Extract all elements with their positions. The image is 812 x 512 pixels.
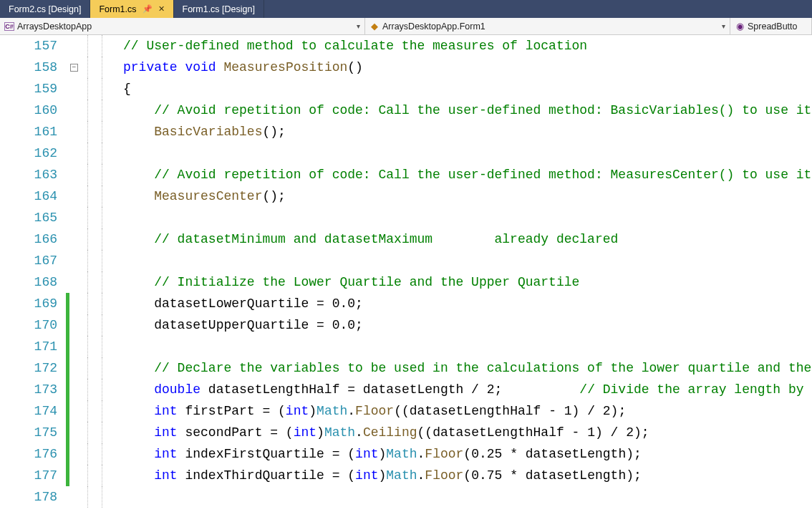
- line-number: 158: [0, 57, 66, 78]
- collapse-toggle[interactable]: −: [70, 64, 78, 72]
- code-line[interactable]: 157// User-defined method to calculate t…: [0, 35, 812, 57]
- code-text[interactable]: [123, 143, 812, 164]
- close-icon[interactable]: ✕: [158, 4, 165, 14]
- gutter-marks: [66, 207, 82, 228]
- code-text[interactable]: private void MeasuresPosition(): [123, 57, 812, 78]
- code-text[interactable]: BasicVariables();: [123, 121, 812, 143]
- code-line[interactable]: 174 int firstPart = (int)Math.Floor((dat…: [0, 400, 812, 422]
- code-line[interactable]: 171: [0, 336, 812, 357]
- code-text[interactable]: [123, 486, 812, 508]
- code-text[interactable]: MeasuresCenter();: [123, 185, 812, 207]
- code-line[interactable]: 158−private void MeasuresPosition(): [0, 57, 812, 78]
- code-text[interactable]: // User-defined method to calculate the …: [123, 35, 812, 57]
- code-line[interactable]: 173 double datasetLengthHalf = datasetLe…: [0, 379, 812, 400]
- code-line[interactable]: 163 // Avoid repetition of code: Call th…: [0, 164, 812, 185]
- indent-guides: [82, 465, 123, 486]
- line-number: 164: [0, 185, 66, 207]
- gutter-marks: [66, 314, 82, 336]
- indent-guides: [82, 336, 123, 357]
- code-text[interactable]: int indexThirdQuartile = (int)Math.Floor…: [123, 465, 812, 486]
- code-line[interactable]: 168 // Initialize the Lower Quartile and…: [0, 271, 812, 293]
- change-marker: [66, 400, 69, 422]
- line-number: 168: [0, 271, 66, 293]
- gutter-marks: [66, 379, 82, 400]
- line-number: 157: [0, 35, 66, 57]
- code-text[interactable]: [123, 336, 812, 357]
- indent-guides: [82, 100, 123, 121]
- code-text[interactable]: datasetUpperQuartile = 0.0;: [123, 314, 812, 336]
- indent-guides: [82, 207, 123, 228]
- code-text[interactable]: int firstPart = (int)Math.Floor((dataset…: [123, 400, 812, 422]
- line-number: 169: [0, 293, 66, 314]
- nav-class-combo[interactable]: ◆ ArraysDesktopApp.Form1 ▾: [365, 18, 730, 34]
- change-marker: [66, 465, 69, 486]
- gutter-marks: [66, 357, 82, 379]
- code-line[interactable]: 178: [0, 486, 812, 508]
- code-text[interactable]: [123, 207, 812, 228]
- indent-guides: [82, 357, 123, 379]
- change-marker: [66, 314, 69, 336]
- indent-guides: [82, 250, 123, 271]
- gutter-marks: [66, 185, 82, 207]
- gutter-marks: [66, 486, 82, 508]
- gutter-marks: [66, 228, 82, 250]
- code-text[interactable]: // Initialize the Lower Quartile and the…: [123, 271, 812, 293]
- gutter-marks: [66, 121, 82, 143]
- code-line[interactable]: 170 datasetUpperQuartile = 0.0;: [0, 314, 812, 336]
- code-line[interactable]: 162: [0, 143, 812, 164]
- indent-guides: [82, 443, 123, 465]
- code-line[interactable]: 176 int indexFirstQuartile = (int)Math.F…: [0, 443, 812, 465]
- line-number: 160: [0, 100, 66, 121]
- code-text[interactable]: [123, 250, 812, 271]
- line-number: 171: [0, 336, 66, 357]
- code-line[interactable]: 167: [0, 250, 812, 271]
- line-number: 166: [0, 228, 66, 250]
- code-line[interactable]: 175 int secondPart = (int)Math.Ceiling((…: [0, 422, 812, 443]
- code-text[interactable]: double datasetLengthHalf = datasetLength…: [123, 379, 812, 400]
- change-marker: [66, 293, 69, 314]
- code-line[interactable]: 159{: [0, 78, 812, 100]
- code-text[interactable]: // Declare the variables to be used in t…: [123, 357, 812, 379]
- code-text[interactable]: {: [123, 78, 812, 100]
- code-text[interactable]: int indexFirstQuartile = (int)Math.Floor…: [123, 443, 812, 465]
- class-icon: ◆: [369, 21, 380, 32]
- code-line[interactable]: 161 BasicVariables();: [0, 121, 812, 143]
- line-number: 173: [0, 379, 66, 400]
- nav-project-combo[interactable]: C# ArraysDesktopApp ▾: [0, 18, 365, 34]
- chevron-down-icon: ▾: [722, 22, 725, 30]
- indent-guides: [82, 121, 123, 143]
- nav-project-label: ArraysDesktopApp: [17, 21, 92, 32]
- code-text[interactable]: // Avoid repetition of code: Call the us…: [123, 164, 812, 185]
- code-text[interactable]: int secondPart = (int)Math.Ceiling((data…: [123, 422, 812, 443]
- tab-form1-design[interactable]: Form1.cs [Design]: [174, 0, 264, 18]
- code-line[interactable]: 160 // Avoid repetition of code: Call th…: [0, 100, 812, 121]
- code-text[interactable]: datasetLowerQuartile = 0.0;: [123, 293, 812, 314]
- tab-form2-design[interactable]: Form2.cs [Design]: [0, 0, 90, 18]
- pin-icon[interactable]: 📌: [142, 4, 153, 14]
- gutter-marks: [66, 443, 82, 465]
- gutter-marks: −: [66, 57, 82, 78]
- code-line[interactable]: 169 datasetLowerQuartile = 0.0;: [0, 293, 812, 314]
- code-line[interactable]: 165: [0, 207, 812, 228]
- code-text[interactable]: // Avoid repetition of code: Call the us…: [123, 100, 812, 121]
- code-text[interactable]: // datasetMinimum and datasetMaximum alr…: [123, 228, 812, 250]
- gutter-marks: [66, 78, 82, 100]
- code-line[interactable]: 177 int indexThirdQuartile = (int)Math.F…: [0, 465, 812, 486]
- code-editor[interactable]: 157// User-defined method to calculate t…: [0, 35, 812, 512]
- tab-label: Form1.cs: [99, 4, 136, 14]
- code-line[interactable]: 166 // datasetMinimum and datasetMaximum…: [0, 228, 812, 250]
- gutter-marks: [66, 250, 82, 271]
- nav-member-combo[interactable]: ◉ SpreadButto: [730, 18, 812, 34]
- indent-guides: [82, 422, 123, 443]
- line-number: 175: [0, 422, 66, 443]
- line-number: 159: [0, 78, 66, 100]
- gutter-marks: [66, 35, 82, 57]
- gutter-marks: [66, 164, 82, 185]
- code-line[interactable]: 172 // Declare the variables to be used …: [0, 357, 812, 379]
- line-number: 172: [0, 357, 66, 379]
- tab-form1-cs[interactable]: Form1.cs 📌 ✕: [90, 0, 173, 18]
- line-number: 170: [0, 314, 66, 336]
- code-line[interactable]: 164 MeasuresCenter();: [0, 185, 812, 207]
- indent-guides: [82, 164, 123, 185]
- indent-guides: [82, 271, 123, 293]
